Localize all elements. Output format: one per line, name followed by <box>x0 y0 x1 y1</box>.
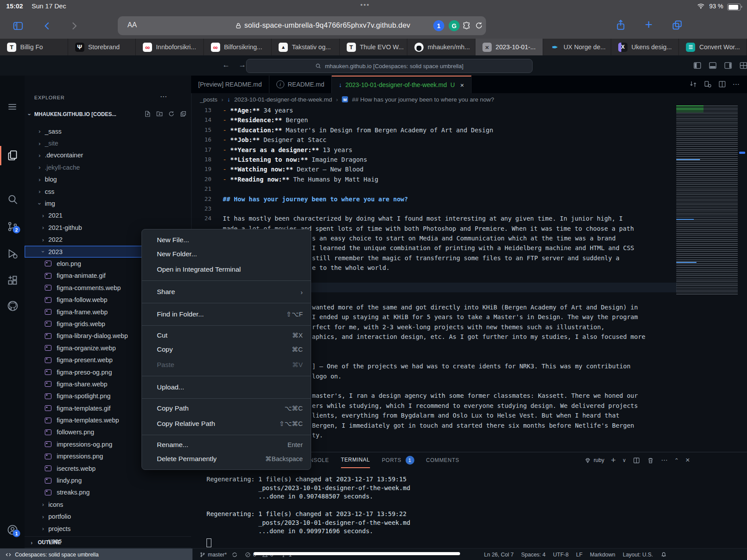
history-forward-icon[interactable]: → <box>239 61 246 69</box>
github-icon[interactable] <box>7 300 18 311</box>
grammarly-icon[interactable]: G <box>449 20 460 31</box>
context-menu-item[interactable]: Upload... <box>142 379 311 399</box>
browser-tab[interactable]: Ukens desig... <box>611 39 679 55</box>
explorer-icon[interactable] <box>7 149 18 161</box>
search-icon[interactable] <box>7 193 18 205</box>
panel-tab[interactable]: PORTS1 <box>382 452 414 468</box>
cursor-position[interactable]: Ln 26, Col 7 <box>484 552 514 558</box>
history-back-icon[interactable]: ← <box>222 61 230 69</box>
language-mode[interactable]: Markdown <box>590 552 616 558</box>
explorer-item[interactable]: › .devcontainer <box>25 149 191 161</box>
explorer-item[interactable]: › projects <box>25 523 191 535</box>
context-menu-item[interactable]: Paste ⌘V <box>142 356 311 376</box>
indentation[interactable]: Spaces: 4 <box>521 552 546 558</box>
toggle-panel-icon[interactable] <box>708 61 717 70</box>
explorer-root-header[interactable]: › MHAUKEN.GITHUB.IO [CODES... <box>25 109 191 120</box>
browser-tab[interactable]: mhauken/mh... <box>407 39 475 55</box>
browser-tab[interactable]: Billig Fo <box>0 39 68 55</box>
keyboard-layout[interactable]: Layout: U.S. <box>623 552 653 558</box>
branch-status[interactable]: master* <box>199 552 238 558</box>
minimap[interactable] <box>676 105 738 295</box>
new-terminal-icon[interactable]: + <box>611 455 616 465</box>
tab-readme[interactable]: iREADME.md <box>269 76 332 93</box>
toggle-primary-sidebar-icon[interactable] <box>693 61 702 70</box>
context-menu-item[interactable]: Rename... Enter <box>142 438 311 452</box>
forward-icon[interactable] <box>69 21 79 31</box>
explorer-item[interactable]: lindy.png <box>25 474 191 486</box>
reader-options-button[interactable]: AA <box>127 21 137 29</box>
reload-icon[interactable] <box>475 21 483 30</box>
context-menu-item[interactable]: Open in Integrated Terminal <box>142 261 311 281</box>
explorer-item[interactable]: › _sass <box>25 125 191 137</box>
browser-tab[interactable]: UX Norge de... <box>543 39 611 55</box>
explorer-item[interactable]: › css <box>25 185 191 197</box>
explorer-item[interactable]: › blog <box>25 174 191 185</box>
back-icon[interactable] <box>42 21 53 31</box>
tab-overview-icon[interactable] <box>671 19 683 31</box>
more-actions-icon[interactable]: ⋯ <box>732 80 740 88</box>
panel-tab[interactable]: TERMINAL <box>341 452 370 468</box>
breadcrumb-file[interactable]: 2023-10-01-designer-of-the-week.md <box>234 96 332 103</box>
context-menu-item[interactable]: Copy ⌘C <box>142 342 311 356</box>
browser-tab[interactable]: Thule EVO W... <box>340 39 408 55</box>
toggle-secondary-sidebar-icon[interactable] <box>724 61 732 70</box>
breadcrumb-symbol[interactable]: ## How has your journey been to where yo… <box>352 96 494 103</box>
accounts-icon[interactable]: 1 <box>7 524 18 535</box>
context-menu-item[interactable]: New Folder... <box>142 247 311 261</box>
explorer-item[interactable]: › _site <box>25 137 191 149</box>
browser-tab[interactable]: Storebrand <box>68 39 136 55</box>
split-editor-icon[interactable] <box>718 80 726 88</box>
new-file-icon[interactable] <box>144 110 151 117</box>
breadcrumb-folder[interactable]: _posts <box>200 96 218 103</box>
scrollbar-marker[interactable] <box>739 152 745 154</box>
share-icon[interactable] <box>615 19 626 31</box>
run-debug-icon[interactable] <box>7 248 18 259</box>
eol[interactable]: LF <box>576 552 583 558</box>
context-menu-item[interactable]: Copy Relative Path ⇧⌥⌘C <box>142 415 311 435</box>
split-terminal-icon[interactable] <box>633 457 640 464</box>
browser-tab[interactable]: 2023-10-01-... <box>475 39 544 55</box>
browser-tab[interactable]: Bilforsikring... <box>204 39 272 55</box>
explorer-more-icon[interactable]: ⋯ <box>160 92 167 101</box>
maximize-panel-icon[interactable]: ⌃ <box>674 457 679 464</box>
kill-terminal-icon[interactable] <box>647 457 654 464</box>
tab-designer-of-the-week[interactable]: ↓ 2023-10-01-designer-of-the-week.md U × <box>332 76 471 93</box>
command-center[interactable]: mhauken.github.io [Codespaces: solid spa… <box>246 59 533 73</box>
bell-icon[interactable] <box>660 551 667 558</box>
panel-more-icon[interactable]: ⋯ <box>661 456 667 464</box>
explorer-item[interactable]: › icons <box>25 498 191 510</box>
context-menu-item[interactable]: Share › <box>142 284 311 303</box>
context-menu-item[interactable]: Find in Folder... ⇧⌥F <box>142 306 311 326</box>
collapse-all-icon[interactable] <box>180 110 187 117</box>
extension-puzzle-icon[interactable] <box>462 21 471 30</box>
multitask-dots-icon[interactable]: ••• <box>360 1 370 8</box>
horizontal-scrollbar[interactable] <box>254 552 460 555</box>
panel-tab[interactable]: COMMENTS <box>426 452 460 468</box>
source-control-icon[interactable]: 2 <box>7 221 18 232</box>
explorer-item[interactable]: streaks.png <box>25 487 191 498</box>
new-folder-icon[interactable] <box>156 110 163 117</box>
terminal-output[interactable]: Regenerating: 1 file(s) changed at 2023-… <box>207 475 410 536</box>
context-menu-item[interactable]: Cut ⌘X <box>142 328 311 342</box>
browser-tab[interactable]: Convert Wor... <box>679 39 747 55</box>
onepassword-icon[interactable]: 1 <box>433 20 444 31</box>
context-menu-item[interactable]: Delete Permanently ⌘Backspace <box>142 452 311 466</box>
explorer-item[interactable]: › img <box>25 197 191 209</box>
refresh-icon[interactable] <box>168 110 175 117</box>
extensions-icon[interactable] <box>7 274 18 286</box>
tab-preview-readme[interactable]: [Preview] README.md <box>191 76 269 93</box>
close-icon[interactable]: × <box>460 81 464 89</box>
remote-indicator[interactable]: Codespaces: solid space umbrella <box>0 549 192 560</box>
customize-layout-icon[interactable] <box>739 61 747 70</box>
sidebar-toggle-icon[interactable] <box>12 20 24 32</box>
address-bar[interactable]: AA solid-space-umbrella-9q4766r65phxv7v.… <box>118 16 486 35</box>
context-menu-item[interactable]: New File... <box>142 233 311 247</box>
outline-section[interactable]: ›OUTLINE <box>25 536 191 548</box>
context-menu-item[interactable]: Copy Path ⌥⌘C <box>142 401 311 415</box>
close-panel-icon[interactable]: × <box>685 456 690 465</box>
compare-changes-icon[interactable] <box>689 80 697 88</box>
browser-tab[interactable]: Takstativ og... <box>272 39 340 55</box>
terminal-dropdown-icon[interactable]: ∨ <box>622 457 626 463</box>
explorer-item[interactable]: › .jekyll-cache <box>25 161 191 173</box>
explorer-item[interactable]: › portfolio <box>25 511 191 523</box>
